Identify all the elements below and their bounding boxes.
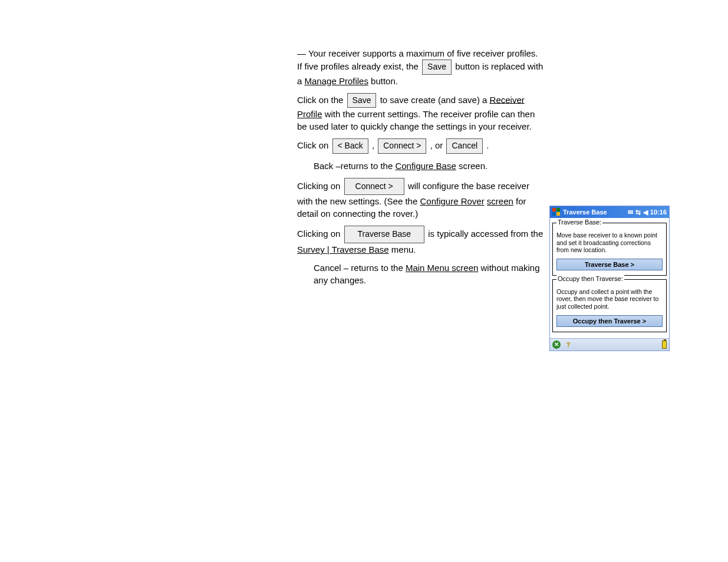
survey-traverse-link[interactable]: Survey | Traverse Base [297,244,389,254]
close-icon[interactable]: ✕ [552,340,561,349]
text: Click on [297,140,331,150]
clock-text: 10:16 [650,209,667,216]
traverse-base-group: Traverse Base: Move base receiver to a k… [552,223,667,276]
occupy-traverse-group: Occupy then Traverse: Occupy and collect… [552,279,667,332]
device-screenshot: Traverse Base ✉ ⇆ ◀ 10:16 Traverse Base:… [549,206,670,351]
device-bottombar: ✕ ? [550,338,669,351]
text: to save create (and save) a [380,94,490,104]
occupy-then-traverse-button[interactable]: Occupy then Traverse > [556,315,663,327]
configure-base-link[interactable]: Configure Base [395,161,456,171]
titlebar-icons: ✉ ⇆ ◀ 10:16 [628,209,667,216]
connect-button[interactable]: Connect > [344,178,404,196]
configure-rover-link[interactable]: Configure Rover [420,196,484,206]
text: button. [371,76,398,86]
text: , [372,140,377,150]
speaker-icon: ◀ [643,209,648,216]
text: menu. [391,244,416,254]
screen-link[interactable]: screen [487,196,513,206]
save-instruction: Click on the Save to save create (and sa… [297,93,545,133]
text: Click on the [297,94,346,104]
note-max-profiles: — Your receiver supports a maximum of fi… [297,47,545,87]
device-titlebar: Traverse Base ✉ ⇆ ◀ 10:16 [550,206,669,218]
text: screen. [459,161,487,171]
connect-desc: Clicking on Connect > will configure the… [297,178,545,220]
main-menu-link[interactable]: Main Menu screen [406,263,478,273]
connect-button[interactable]: Connect > [378,138,426,154]
text: with the current settings. The receiver … [297,109,535,131]
group-desc: Occupy and collect a point with the rove… [556,288,663,310]
text: is typically accessed from the [428,229,543,239]
traverse-base-button[interactable]: Traverse Base [344,226,425,243]
group-desc: Move base receiver to a known point and … [556,232,663,254]
traverse-desc: Clicking on Traverse Base is typically a… [297,226,545,256]
device-title: Traverse Base [563,209,607,216]
battery-icon [662,340,667,349]
traverse-base-button[interactable]: Traverse Base > [556,259,663,270]
cancel-button[interactable]: Cancel [446,138,483,154]
back-desc: Back –returns to the Configure Base scre… [314,160,545,172]
save-button[interactable]: Save [347,93,377,108]
cancel-desc: Cancel – returns to the Main Menu screen… [314,262,545,286]
back-button[interactable]: < Back [332,138,368,154]
text: Clicking on [297,181,343,191]
text: Clicking on [297,229,343,239]
chat-icon: ✉ [628,209,633,216]
device-body: Traverse Base: Move base receiver to a k… [550,218,669,338]
save-button[interactable]: Save [422,59,452,75]
main-text-block: — Your receiver supports a maximum of fi… [297,47,545,292]
windows-flag-icon [552,208,561,216]
group-title: Traverse Base: [556,219,602,226]
text: . [486,140,489,150]
text: Back –returns to the [314,161,395,171]
help-icon[interactable]: ? [564,340,572,349]
manage-profiles-link[interactable]: Manage Profiles [305,76,368,86]
group-title: Occupy then Traverse: [556,275,624,282]
text: Cancel – returns to the [314,263,406,273]
sync-icon: ⇆ [635,209,641,216]
text: , or [430,140,446,150]
nav-buttons-line: Click on < Back , Connect > , or Cancel … [297,138,545,154]
